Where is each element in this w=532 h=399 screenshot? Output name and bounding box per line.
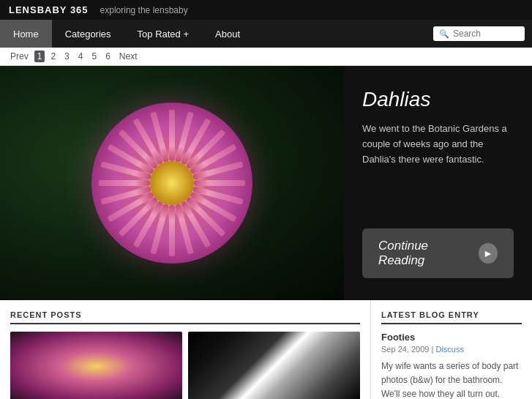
thumbnail-sky[interactable] [188,332,360,399]
hero-excerpt: We went to the Botanic Gardens a couple … [362,122,514,167]
top-bar: LENSBABY 365 exploring the lensbaby [0,0,532,20]
latest-blog-section: Latest Blog Entry Footies Sep 24, 2009 |… [371,300,532,399]
blog-post-title: Footies [381,332,522,343]
search-box[interactable]: 🔍 [433,26,525,41]
dahlia-flower [91,102,252,264]
continue-reading-button[interactable]: Continue Reading ► [362,228,514,278]
blog-post-meta: Sep 24, 2009 | Discuss [381,345,522,354]
hero-section: Dahlias We went to the Botanic Gardens a… [0,66,532,300]
pagination-prev[interactable]: Prev [7,51,31,62]
list-item: DAHLIAS [10,332,182,399]
recent-posts-section: Recent Posts DAHLIAS SKY OF LIGHT [0,300,371,399]
site-tagline: exploring the lensbaby [100,5,188,15]
navigation: Home Categories Top Rated + About 🔍 [0,20,532,48]
blog-post-excerpt: My wife wants a series of body part phot… [381,359,522,399]
pagination-page-3[interactable]: 3 [61,51,72,62]
nav-about[interactable]: About [202,20,253,48]
hero-content: Dahlias We went to the Botanic Gardens a… [344,66,532,300]
dahlia-illustration [0,66,344,300]
hero-title: Dahlias [362,88,514,111]
continue-reading-label: Continue Reading [378,239,471,268]
list-item: SKY OF LIGHT [188,332,360,399]
nav-categories[interactable]: Categories [52,20,124,48]
dahlia-center [150,161,194,205]
bottom-section: Recent Posts DAHLIAS SKY OF LIGHT Latest… [0,300,532,399]
thumbnail-dahlia[interactable] [10,332,182,399]
pagination-page-4[interactable]: 4 [75,51,86,62]
latest-blog-heading: Latest Blog Entry [381,310,522,324]
pagination-page-2[interactable]: 2 [48,51,59,62]
pagination-page-1[interactable]: 1 [34,51,45,62]
pagination: Prev 1 2 3 4 5 6 Next [0,48,532,66]
thumbnail-list: DAHLIAS SKY OF LIGHT [10,332,360,399]
nav-top-rated[interactable]: Top Rated + [124,20,202,48]
pagination-page-5[interactable]: 5 [89,51,100,62]
blog-post-date: Sep 24, 2009 [381,345,429,354]
arrow-icon: ► [479,243,498,264]
search-input[interactable] [453,29,519,39]
recent-posts-heading: Recent Posts [10,310,360,324]
nav-home[interactable]: Home [0,20,52,48]
search-icon: 🔍 [439,29,449,39]
pagination-page-6[interactable]: 6 [102,51,113,62]
blog-discuss-link[interactable]: Discuss [435,345,464,354]
pagination-next[interactable]: Next [116,51,141,62]
site-title: LENSBABY 365 [9,4,89,15]
hero-image [0,66,344,300]
